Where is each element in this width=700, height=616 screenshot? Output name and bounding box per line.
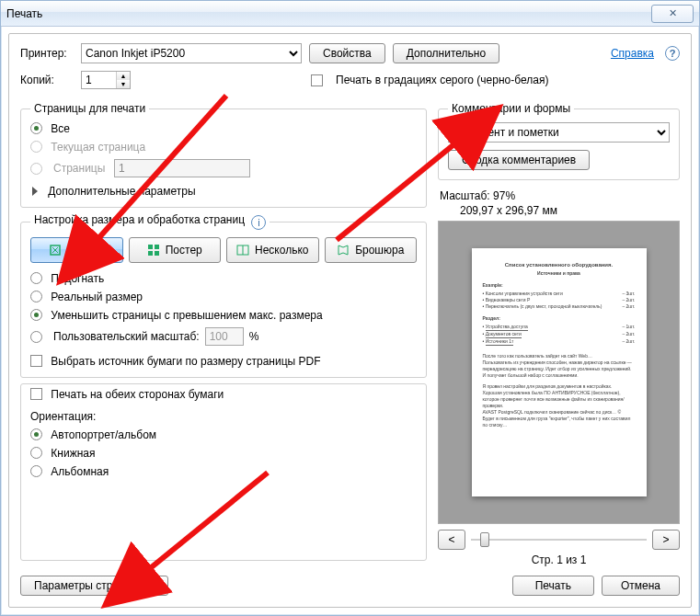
comments-select[interactable]: Документ и пометки (448, 122, 670, 143)
close-icon: ✕ (669, 7, 677, 19)
orientation-label: Ориентация: (30, 410, 417, 423)
properties-button[interactable]: Свойства (309, 43, 385, 63)
tab-poster[interactable]: Постер (129, 237, 222, 263)
multiple-icon (236, 244, 249, 257)
both-sides-checkbox[interactable] (30, 388, 42, 400)
radio-range[interactable] (30, 163, 42, 175)
footer: Параметры страницы... Печать Отмена (20, 576, 680, 596)
window-title: Печать (6, 7, 651, 20)
top-section: Принтер: Canon Inkjet iP5200 Свойства До… (9, 34, 691, 102)
svg-rect-1 (148, 245, 153, 249)
page-slider[interactable] (471, 530, 647, 549)
preview-nav: < > (438, 530, 680, 550)
svg-rect-3 (148, 251, 153, 256)
custom-scale-unit: % (249, 330, 259, 343)
sizing-help-icon[interactable]: i (251, 215, 266, 230)
radio-shrink-label: Уменьшить страницы с превышением макс. р… (51, 309, 322, 322)
help-icon[interactable]: ? (665, 46, 680, 61)
pages-group: Страницы для печати Все Текущая страница… (20, 102, 427, 208)
paper-source-label: Выбрать источник бумаги по размеру стран… (51, 355, 320, 368)
radio-fit-label: Подогнать (51, 272, 104, 285)
printer-select[interactable]: Canon Inkjet iP5200 (81, 43, 302, 63)
radio-all-label: Все (51, 122, 70, 135)
radio-all[interactable] (30, 122, 42, 134)
grayscale-checkbox[interactable] (311, 74, 323, 86)
summary-button[interactable]: Сводка комментариев (448, 150, 590, 170)
page-setup-button[interactable]: Параметры страницы... (20, 576, 168, 596)
titlebar: Печать ✕ (1, 1, 699, 27)
radio-fit[interactable] (30, 272, 42, 284)
cancel-button[interactable]: Отмена (602, 576, 680, 596)
radio-orient-portrait-label: Книжная (51, 447, 95, 460)
prev-page-button[interactable]: < (438, 530, 465, 550)
preview-canvas: Список установленного оборудования. Исто… (438, 221, 680, 524)
scale-readout: Масштаб: 97% (440, 189, 678, 202)
client-area: Принтер: Canon Inkjet iP5200 Свойства До… (8, 33, 692, 608)
svg-rect-2 (155, 245, 159, 249)
radio-orient-landscape-label: Альбомная (51, 465, 109, 478)
paper-source-checkbox[interactable] (30, 355, 42, 367)
radio-current-label: Текущая страница (51, 141, 145, 154)
duplex-group: Печать на обеих сторонах бумаги Ориентац… (20, 383, 427, 561)
copies-stepper[interactable]: ▲▼ (116, 72, 130, 88)
sizing-group: Настройка размера и обработка страниц i … (20, 213, 427, 378)
advanced-button[interactable]: Дополнительно (393, 43, 499, 63)
radio-orient-portrait[interactable] (30, 447, 42, 459)
radio-range-label: Страницы (53, 162, 109, 175)
radio-custom[interactable] (30, 331, 42, 343)
grayscale-label: Печать в градациях серого (черно-белая) (336, 74, 548, 86)
svg-rect-4 (155, 251, 159, 256)
expand-icon (32, 187, 38, 196)
more-params-label: Дополнительные параметры (48, 185, 195, 198)
help-link[interactable]: Справка (611, 47, 654, 60)
copies-label: Копий: (20, 74, 74, 86)
print-button[interactable]: Печать (512, 576, 594, 596)
radio-current[interactable] (30, 141, 42, 153)
pages-legend: Страницы для печати (30, 102, 149, 115)
page-indicator: Стр. 1 из 1 (438, 553, 680, 566)
sizing-legend: Настройка размера и обработка страниц i (30, 213, 270, 230)
page-range-input[interactable] (114, 159, 250, 177)
more-params-toggle[interactable]: Дополнительные параметры (30, 185, 417, 198)
printer-label: Принтер: (20, 47, 74, 60)
radio-shrink[interactable] (30, 309, 42, 321)
window-close-button[interactable]: ✕ (651, 5, 694, 23)
size-icon (49, 244, 62, 257)
booklet-icon (337, 244, 350, 257)
radio-actual-label: Реальный размер (51, 291, 143, 303)
radio-orient-landscape[interactable] (30, 465, 42, 477)
both-sides-label: Печать на обеих сторонах бумаги (51, 388, 224, 401)
radio-actual[interactable] (30, 291, 42, 302)
radio-orient-auto-label: Автопортрет/альбом (51, 428, 156, 441)
radio-custom-label: Пользовательский масштаб: (53, 330, 200, 343)
next-page-button[interactable]: > (652, 530, 680, 550)
tab-multiple[interactable]: Несколько (226, 237, 319, 263)
comments-legend: Комментарии и формы (448, 102, 574, 115)
poster-icon (147, 244, 160, 257)
radio-orient-auto[interactable] (30, 428, 42, 440)
tab-booklet[interactable]: Брошюра (325, 237, 418, 263)
tab-size[interactable]: Размер (30, 237, 123, 263)
slider-thumb[interactable] (480, 532, 489, 547)
custom-scale-input[interactable] (205, 327, 244, 346)
preview-area: Список установленного оборудования. Исто… (438, 221, 680, 566)
preview-page: Список установленного оборудования. Исто… (472, 248, 647, 496)
comments-group: Комментарии и формы Документ и пометки С… (438, 102, 680, 180)
print-dialog: Печать ✕ Принтер: Canon Inkjet iP5200 Св… (0, 0, 700, 616)
dims-readout: 209,97 x 296,97 мм (460, 204, 678, 217)
